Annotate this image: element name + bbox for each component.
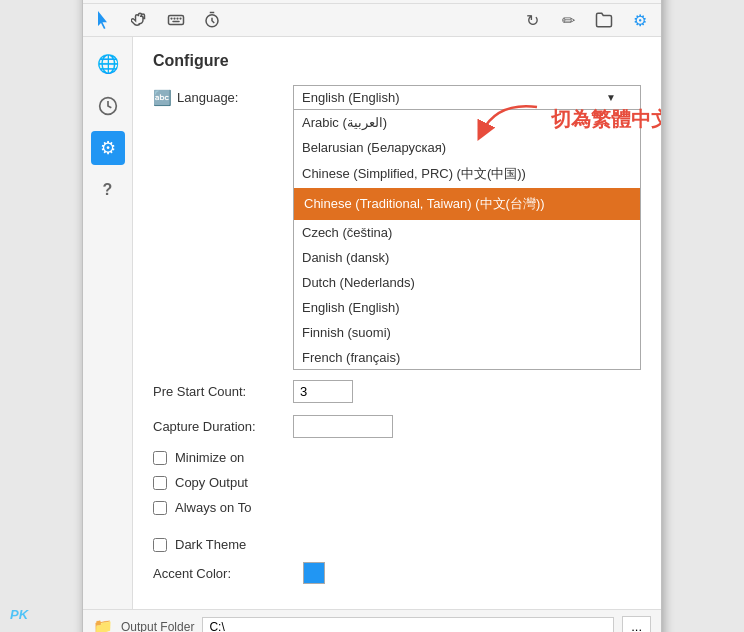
capture-duration-value <box>293 415 641 438</box>
accent-color-row: Accent Color: <box>153 562 641 584</box>
bottom-bar: 📁 Output Folder ... <box>83 609 661 632</box>
minimize-row: Minimize on <box>153 450 641 465</box>
folder-tool[interactable] <box>593 9 615 31</box>
copy-output-checkbox[interactable] <box>153 476 167 490</box>
language-option-Czech[interactable]: Czech (čeština) <box>294 220 640 245</box>
main-panel: Configure 🔤 Language: English (English) … <box>133 37 661 609</box>
dark-theme-checkbox[interactable] <box>153 538 167 552</box>
sidebar-globe[interactable]: 🌐 <box>91 47 125 81</box>
language-dropdown[interactable]: English (English) ▼ <box>293 85 641 110</box>
gear-tool[interactable]: ⚙ <box>629 9 651 31</box>
language-label: 🔤 Language: <box>153 89 293 107</box>
sidebar-history[interactable] <box>91 89 125 123</box>
always-on-row: Always on To <box>153 500 641 515</box>
refresh-tool[interactable]: ↻ <box>521 9 543 31</box>
language-option-Finnish[interactable]: Finnish (suomi) <box>294 320 640 345</box>
content-area: 🌐 ⚙ ? Configure 🔤 Language: <box>83 37 661 609</box>
language-option-ChineseSimplified[interactable]: Chinese (Simplified, PRC) (中文(中国)) <box>294 160 640 188</box>
capture-duration-row: Capture Duration: <box>153 415 641 438</box>
sidebar: 🌐 ⚙ ? <box>83 37 133 609</box>
dark-theme-row: Dark Theme <box>153 537 641 552</box>
output-folder-browse[interactable]: ... <box>622 616 651 632</box>
timer-tool[interactable] <box>201 9 223 31</box>
hand-tool[interactable] <box>129 9 151 31</box>
language-field: English (English) ▼ Arabic (العربية)Bela… <box>293 85 641 110</box>
language-option-Arabic[interactable]: Arabic (العربية) <box>294 110 640 135</box>
toolbar-right: ↻ ✏ ⚙ <box>521 9 651 31</box>
app-window: ▲ ● ⏸ 00:00:00 — ≫ ✕ <box>82 0 662 632</box>
copy-output-row: Copy Output <box>153 475 641 490</box>
sidebar-settings[interactable]: ⚙ <box>91 131 125 165</box>
language-dropdown-list[interactable]: Arabic (العربية)Belarusian (Беларуская)C… <box>293 110 641 370</box>
pre-start-input[interactable] <box>293 380 353 403</box>
output-folder-label: Output Folder <box>121 620 194 633</box>
keyboard-tool[interactable] <box>165 9 187 31</box>
pre-start-label: Pre Start Count: <box>153 384 293 399</box>
always-on-checkbox[interactable] <box>153 501 167 515</box>
dark-theme-label: Dark Theme <box>175 537 246 552</box>
language-row: 🔤 Language: English (English) ▼ Arabic (… <box>153 85 641 110</box>
watermark: PK <box>10 607 28 622</box>
language-option-English[interactable]: English (English) <box>294 295 640 320</box>
language-option-Dutch[interactable]: Dutch (Nederlands) <box>294 270 640 295</box>
capture-duration-label: Capture Duration: <box>153 419 293 434</box>
minimize-label: Minimize on <box>175 450 244 465</box>
output-folder-path[interactable] <box>202 617 614 633</box>
pre-start-value <box>293 380 641 403</box>
always-on-label: Always on To <box>175 500 251 515</box>
pencil-tool[interactable]: ✏ <box>557 9 579 31</box>
language-option-ChineseTraditional[interactable]: Chinese (Traditional, Taiwan) (中文(台灣)) <box>294 188 640 220</box>
language-option-French[interactable]: French (français) <box>294 345 640 370</box>
language-option-Danish[interactable]: Danish (dansk) <box>294 245 640 270</box>
cursor-tool[interactable] <box>93 9 115 31</box>
pre-start-row: Pre Start Count: <box>153 380 641 403</box>
language-icon: 🔤 <box>153 89 172 107</box>
copy-output-label: Copy Output <box>175 475 248 490</box>
sidebar-help[interactable]: ? <box>91 173 125 207</box>
svg-rect-1 <box>169 16 184 25</box>
output-folder-icon: 📁 <box>93 617 113 632</box>
toolbar: ↻ ✏ ⚙ <box>83 4 661 37</box>
dropdown-arrow: ▼ <box>606 92 616 103</box>
spacer <box>153 525 641 537</box>
language-selected-text: English (English) <box>302 90 400 105</box>
language-option-Belarusian[interactable]: Belarusian (Беларуская) <box>294 135 640 160</box>
accent-color-label: Accent Color: <box>153 566 293 581</box>
capture-duration-input[interactable] <box>293 415 393 438</box>
minimize-checkbox[interactable] <box>153 451 167 465</box>
section-title: Configure <box>153 52 641 70</box>
accent-color-swatch[interactable] <box>303 562 325 584</box>
